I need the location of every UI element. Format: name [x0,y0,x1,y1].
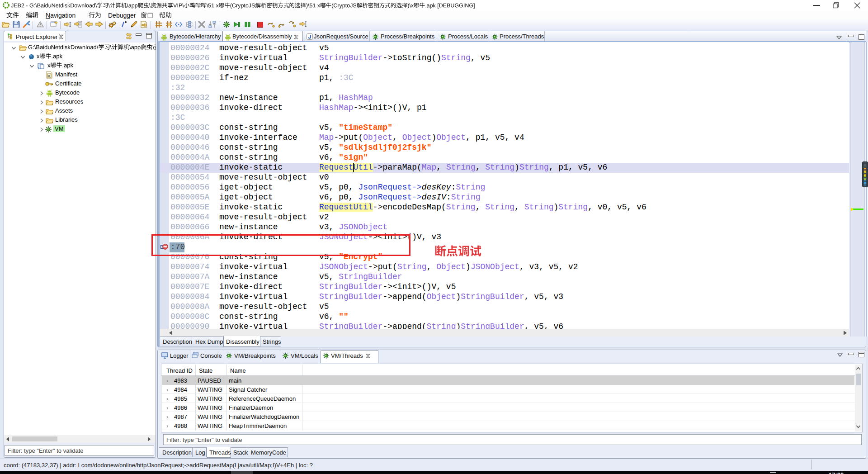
svg-text:x: x [48,74,50,78]
